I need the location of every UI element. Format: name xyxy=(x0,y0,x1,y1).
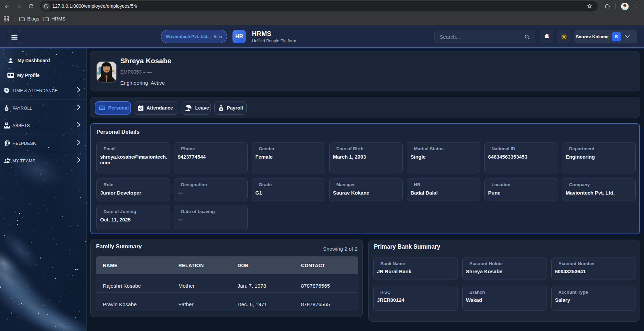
svg-text:$: $ xyxy=(6,108,7,110)
